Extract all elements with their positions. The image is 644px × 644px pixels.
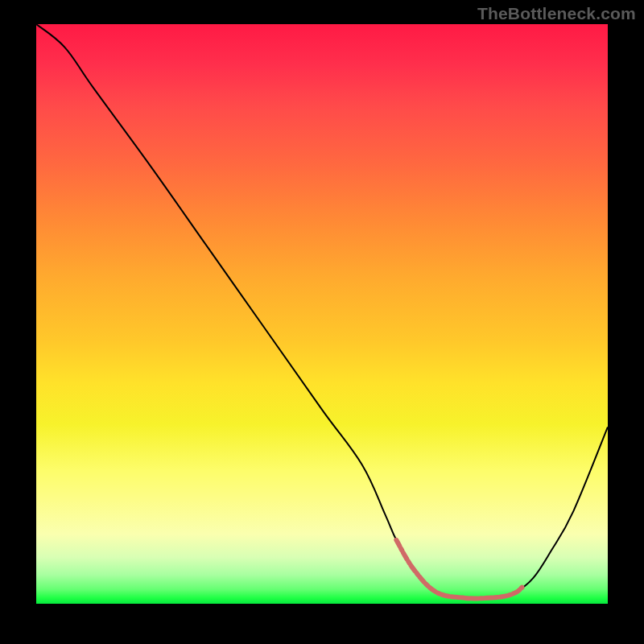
plot-area xyxy=(36,24,608,604)
bottleneck-curve xyxy=(36,24,608,604)
watermark-text: TheBottleneck.com xyxy=(477,4,636,23)
chart-container: TheBottleneck.com xyxy=(0,0,644,644)
curve-line xyxy=(36,24,608,598)
accent-segment xyxy=(396,540,522,599)
